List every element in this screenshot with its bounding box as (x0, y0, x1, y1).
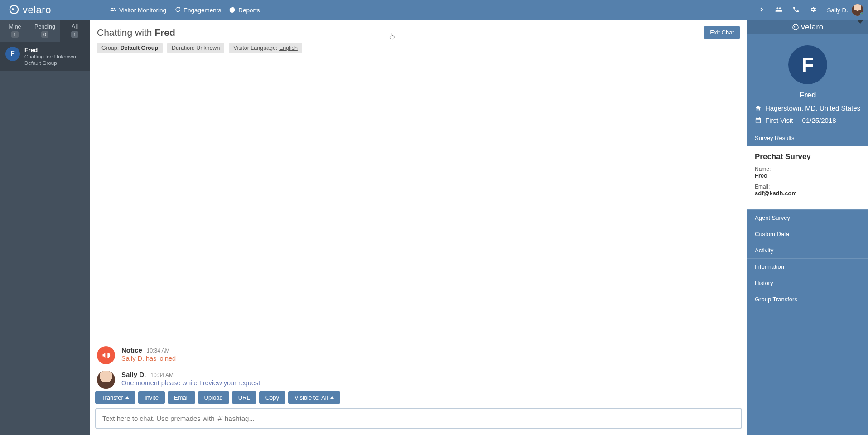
nav-label: Reports (238, 7, 260, 14)
field-value: Fred (755, 172, 861, 179)
nav-engagements[interactable]: Engagements (174, 6, 221, 14)
sidebar-tab-all[interactable]: All 1 (60, 20, 90, 42)
users-icon (110, 6, 116, 14)
section-custom-data[interactable]: Custom Data (747, 226, 868, 242)
nav-label: Engagements (183, 7, 221, 14)
calendar-icon (755, 117, 762, 124)
tab-label: Pending (30, 24, 60, 30)
chat-input[interactable] (95, 408, 742, 429)
mini-logo: velaro (792, 23, 823, 32)
chip-duration: Duration: Unknown (167, 43, 224, 53)
section-group-transfers[interactable]: Group Transfers (747, 291, 868, 307)
svg-point-1 (12, 8, 14, 10)
chat-sub2: Default Group (24, 60, 76, 66)
pie-icon (229, 6, 236, 14)
upload-button[interactable]: Upload (198, 392, 229, 404)
title-name: Fred (154, 27, 175, 38)
caret-up-icon (330, 396, 334, 399)
field-value: sdf@ksdh.com (755, 190, 861, 197)
msg-author: Sally D. (121, 371, 146, 378)
visitor-avatar-initial: F (5, 47, 20, 61)
group-icon[interactable] (775, 6, 782, 14)
tab-label: Mine (0, 24, 30, 30)
transfer-button[interactable]: Transfer (95, 392, 135, 404)
info-panel: velaro F Fred Hagerstown, MD, United Sta… (747, 20, 868, 435)
language-link[interactable]: English (279, 45, 298, 51)
field-label: Name: (755, 166, 861, 172)
invite-button[interactable]: Invite (138, 392, 165, 404)
svg-point-3 (794, 26, 796, 28)
chat-list-item[interactable]: F Fred Chatting for: Unknown Default Gro… (0, 42, 90, 71)
title-prefix: Chatting with (97, 27, 154, 38)
section-agent-survey[interactable]: Agent Survey (747, 210, 868, 226)
top-bar: velaro Visitor Monitoring Engagements Re… (0, 0, 868, 20)
phone-icon[interactable] (792, 6, 800, 14)
sidebar-tabs: Mine 1 Pending 0 All 1 (0, 20, 90, 42)
exit-chat-button[interactable]: Exit Chat (704, 26, 740, 39)
chat-meta: Fred Chatting for: Unknown Default Group (24, 47, 76, 66)
user-avatar (852, 4, 863, 16)
home-icon (755, 105, 762, 111)
visitor-location: Hagerstown, MD, United States (753, 104, 863, 112)
prechat-title: Prechat Survey (755, 152, 861, 161)
chat-title: Chatting with Fred (97, 27, 175, 38)
msg-text: One moment please while I review your re… (121, 379, 260, 387)
triangle-down-icon (857, 20, 863, 31)
current-user[interactable]: Sally D. (827, 4, 863, 16)
msg-author: Notice (121, 346, 142, 354)
chat-sub1: Chatting for: Unknown (24, 53, 76, 60)
chip-language: Visitor Language: English (229, 43, 302, 53)
sidebar-tab-mine[interactable]: Mine 1 (0, 20, 30, 42)
bullhorn-icon (97, 346, 115, 364)
message-notice: Notice10:34 AM Sally D. has joined (97, 346, 740, 364)
section-survey-results: Survey Results Prechat Survey Name: Fred… (747, 130, 868, 209)
visitor-first-visit: First Visit 01/25/2018 (753, 116, 863, 124)
section-history[interactable]: History (747, 275, 868, 291)
top-right: Sally D. (758, 4, 863, 16)
chevron-right-icon[interactable] (758, 6, 765, 14)
message-list: Notice10:34 AM Sally D. has joined Sally… (90, 53, 747, 392)
user-name: Sally D. (827, 7, 848, 14)
nav-reports[interactable]: Reports (229, 6, 260, 14)
visitor-name: Fred (753, 91, 863, 100)
gear-icon[interactable] (810, 6, 817, 14)
velaro-logo-icon (9, 5, 19, 16)
svg-point-0 (10, 5, 18, 13)
accordion-header[interactable]: Survey Results (747, 130, 868, 146)
field-label: Email: (755, 184, 861, 190)
info-panel-header: velaro (747, 20, 868, 34)
sidebar-tab-pending[interactable]: Pending 0 (30, 20, 60, 42)
visible-to-button[interactable]: Visible to: All (288, 392, 340, 404)
copy-button[interactable]: Copy (259, 392, 285, 404)
panel-collapse-toggle[interactable] (857, 24, 863, 31)
url-button[interactable]: URL (232, 392, 256, 404)
top-nav: Visitor Monitoring Engagements Reports (110, 6, 260, 14)
tab-label: All (60, 24, 90, 30)
nav-visitor-monitoring[interactable]: Visitor Monitoring (110, 6, 166, 14)
email-button[interactable]: Email (168, 392, 195, 404)
prechat-survey-body: Prechat Survey Name: Fred Email: sdf@ksd… (747, 146, 868, 209)
visitor-profile: F Fred Hagerstown, MD, United States Fir… (747, 34, 868, 130)
msg-time: 10:34 AM (147, 348, 170, 354)
section-activity[interactable]: Activity (747, 242, 868, 258)
brand-logo[interactable]: velaro (5, 4, 56, 16)
section-information[interactable]: Information (747, 259, 868, 275)
tab-count: 1 (11, 31, 19, 38)
chat-panel: Chatting with Fred Exit Chat Group: Defa… (90, 20, 747, 435)
brand-text: velaro (23, 4, 51, 16)
visitor-avatar-large: F (788, 45, 827, 84)
message-agent: Sally D.10:34 AM One moment please while… (97, 371, 740, 389)
chip-group: Group: Default Group (97, 43, 163, 53)
sidebar: Mine 1 Pending 0 All 1 F Fred Chatting f… (0, 20, 90, 435)
msg-time: 10:34 AM (150, 372, 174, 378)
nav-label: Visitor Monitoring (119, 7, 166, 14)
svg-point-2 (793, 24, 798, 30)
msg-text: Sally D. has joined (121, 355, 176, 362)
agent-avatar (97, 371, 115, 389)
chat-icon (174, 6, 181, 14)
tab-count: 0 (41, 31, 48, 38)
tab-count: 1 (71, 31, 78, 38)
composer: Transfer Invite Email Upload URL Copy Vi… (90, 392, 747, 435)
caret-up-icon (125, 396, 129, 399)
status-online-icon (860, 12, 863, 16)
